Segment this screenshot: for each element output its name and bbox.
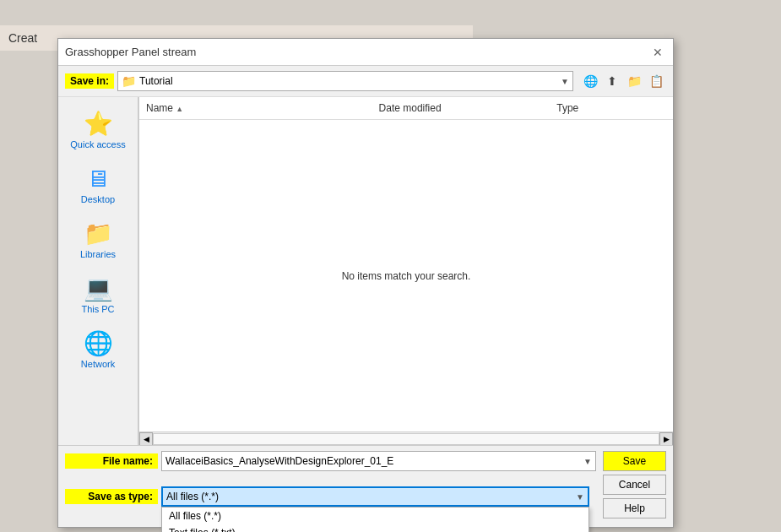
save-button[interactable]: Save <box>603 451 666 471</box>
desktop-icon: 🖥 <box>86 165 110 193</box>
network-label: Network <box>81 359 115 369</box>
file-name-value: WallaceiBasics_AnalyseWithDesignExplorer… <box>165 455 583 467</box>
side-buttons: Cancel Help <box>596 475 666 518</box>
help-button[interactable]: Help <box>603 498 666 518</box>
save-as-type-value: All files (*.*) <box>166 491 576 502</box>
current-folder-text: Tutorial <box>139 75 173 87</box>
nav-views-icon[interactable]: 📋 <box>646 71 666 91</box>
col-name-label: Name <box>146 102 173 114</box>
save-as-type-select-container: All files (*.*) ▼ All files (*.*) Text f… <box>161 486 589 507</box>
dialog-title: Grasshopper Panel stream <box>65 46 196 58</box>
libraries-label: Libraries <box>80 249 116 259</box>
folder-icon: 📁 <box>122 74 136 88</box>
close-button[interactable]: ✕ <box>649 44 666 61</box>
path-dropdown[interactable]: 📁 Tutorial ▼ <box>117 71 573 91</box>
desktop-label: Desktop <box>81 194 115 204</box>
col-type-label: Type <box>556 102 578 114</box>
dropdown-item-all-files[interactable]: All files (*.*) <box>162 508 588 524</box>
sidebar-item-libraries[interactable]: 📁 Libraries <box>62 214 134 265</box>
quick-access-icon: ⭐ <box>84 110 113 138</box>
col-header-name[interactable]: Name ▲ <box>139 100 372 116</box>
file-panel-inner: Name ▲ Date modified Type No items match… <box>139 97 673 432</box>
app-title-text: Creat <box>8 31 37 45</box>
this-pc-label: This PC <box>81 304 114 314</box>
nav-up-icon[interactable]: ⬆ <box>602 71 622 91</box>
save-as-type-label: Save as type: <box>65 489 158 504</box>
empty-message: No items match your search. <box>139 120 673 432</box>
sidebar-item-desktop[interactable]: 🖥 Desktop <box>62 159 134 210</box>
path-dropdown-arrow: ▼ <box>561 77 569 86</box>
sidebar-item-network[interactable]: 🌐 Network <box>62 323 134 375</box>
scroll-left-arrow[interactable]: ◀ <box>139 432 153 446</box>
nav-web-icon[interactable]: 🌐 <box>580 71 600 91</box>
toolbar-row: Save in: 📁 Tutorial ▼ 🌐 ⬆ 📁 📋 <box>58 66 673 97</box>
col-date-label: Date modified <box>379 102 442 114</box>
file-type-dropdown-list: All files (*.*) Text files (*.txt) Comma… <box>161 507 589 532</box>
toolbar-icons: 🌐 ⬆ 📁 📋 <box>580 71 666 91</box>
file-name-label: File name: <box>65 453 158 469</box>
scroll-right-arrow[interactable]: ▶ <box>659 432 673 446</box>
this-pc-icon: 💻 <box>84 274 113 302</box>
bottom-form: File name: WallaceiBasics_AnalyseWithDes… <box>58 445 673 527</box>
empty-message-text: No items match your search. <box>342 270 471 282</box>
dialog-content: Save in: 📁 Tutorial ▼ 🌐 ⬆ 📁 📋 ⭐ Quick ac… <box>58 66 673 527</box>
dialog-titlebar: Grasshopper Panel stream ✕ <box>58 39 673 66</box>
nav-new-folder-icon[interactable]: 📁 <box>624 71 644 91</box>
cancel-button[interactable]: Cancel <box>603 475 666 495</box>
file-name-dropdown-arrow: ▼ <box>583 457 592 466</box>
dropdown-item-text-files[interactable]: Text files (*.txt) <box>162 524 588 532</box>
save-in-label: Save in: <box>65 73 114 89</box>
file-list-header: Name ▲ Date modified Type <box>139 97 673 120</box>
save-dialog: Grasshopper Panel stream ✕ Save in: 📁 Tu… <box>57 38 674 528</box>
save-as-type-arrow: ▼ <box>576 492 584 502</box>
quick-access-label: Quick access <box>70 139 125 149</box>
h-scrollbar: ◀ ▶ <box>139 432 673 445</box>
file-name-input[interactable]: WallaceiBasics_AnalyseWithDesignExplorer… <box>161 451 596 471</box>
save-as-type-row: Save as type: All files (*.*) ▼ All file… <box>65 475 666 518</box>
save-as-type-dropdown[interactable]: All files (*.*) ▼ <box>161 486 589 507</box>
col-header-date[interactable]: Date modified <box>372 100 550 116</box>
file-panel: Name ▲ Date modified Type No items match… <box>138 97 673 445</box>
col-name-sort: ▲ <box>176 105 183 113</box>
sidebar-item-quick-access[interactable]: ⭐ Quick access <box>62 104 134 155</box>
network-icon: 🌐 <box>84 329 113 357</box>
sidebar-item-this-pc[interactable]: 💻 This PC <box>62 269 134 320</box>
sidebar: ⭐ Quick access 🖥 Desktop 📁 Libraries 💻 T… <box>58 97 138 445</box>
file-name-row: File name: WallaceiBasics_AnalyseWithDes… <box>65 451 666 471</box>
scroll-track[interactable] <box>153 433 659 445</box>
col-header-type[interactable]: Type <box>550 100 673 116</box>
main-area: ⭐ Quick access 🖥 Desktop 📁 Libraries 💻 T… <box>58 97 673 445</box>
libraries-icon: 📁 <box>84 220 113 247</box>
